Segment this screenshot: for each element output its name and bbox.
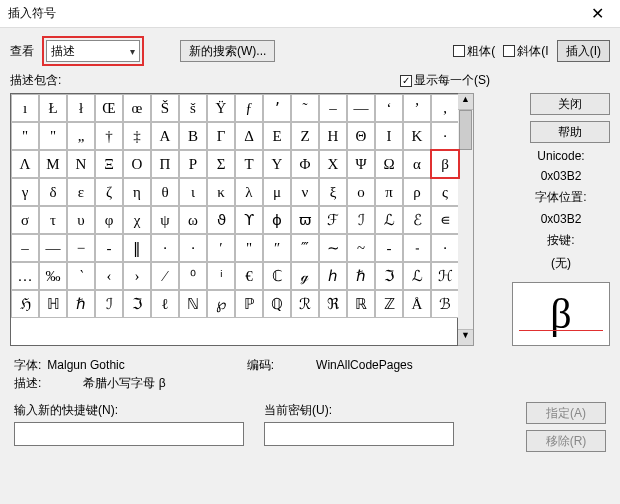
char-cell[interactable]: † <box>95 122 123 150</box>
char-cell[interactable]: ℊ <box>291 262 319 290</box>
char-cell[interactable]: ⁄ <box>151 262 179 290</box>
char-cell[interactable]: ‖ <box>123 234 151 262</box>
char-cell[interactable]: Γ <box>207 122 235 150</box>
close-button[interactable]: 关闭 <box>530 93 610 115</box>
char-cell[interactable]: Ł <box>39 94 67 122</box>
char-cell[interactable]: Ζ <box>291 122 319 150</box>
char-cell[interactable]: ‘ <box>375 94 403 122</box>
char-cell[interactable]: Φ <box>291 150 319 178</box>
char-cell[interactable]: ψ <box>151 206 179 234</box>
char-cell[interactable]: μ <box>263 178 291 206</box>
char-cell[interactable]: Ε <box>263 122 291 150</box>
char-cell[interactable]: Ξ <box>95 150 123 178</box>
char-cell[interactable]: ℒ <box>403 262 431 290</box>
view-dropdown[interactable]: 描述 ▾ <box>46 40 140 62</box>
char-cell[interactable]: ℤ <box>375 290 403 318</box>
char-cell[interactable]: ℕ <box>179 290 207 318</box>
char-cell[interactable]: ℎ <box>319 262 347 290</box>
char-cell[interactable]: θ <box>151 178 179 206</box>
char-cell[interactable]: Α <box>151 122 179 150</box>
char-cell[interactable]: ϕ <box>263 206 291 234</box>
char-cell[interactable]: ο <box>347 178 375 206</box>
char-cell[interactable]: ℏ <box>347 262 375 290</box>
curkey-input[interactable] <box>264 422 454 446</box>
char-cell[interactable]: ’ <box>403 94 431 122</box>
char-cell[interactable]: – <box>319 94 347 122</box>
char-cell[interactable]: ϒ <box>235 206 263 234</box>
char-cell[interactable]: ˜ <box>291 94 319 122</box>
char-cell[interactable]: Κ <box>403 122 431 150</box>
char-cell[interactable]: ℜ <box>319 290 347 318</box>
char-cell[interactable]: " <box>235 234 263 262</box>
char-cell[interactable]: Œ <box>95 94 123 122</box>
char-cell[interactable]: ‹ <box>95 262 123 290</box>
assign-button[interactable]: 指定(A) <box>526 402 606 424</box>
newkey-input[interactable] <box>14 422 244 446</box>
char-cell[interactable]: Ω <box>375 150 403 178</box>
close-icon[interactable]: ✕ <box>583 4 612 23</box>
char-cell[interactable]: " <box>39 122 67 150</box>
scroll-down-icon[interactable]: ▼ <box>458 329 473 345</box>
char-cell[interactable]: ℍ <box>39 290 67 318</box>
char-cell[interactable]: ℐ <box>95 290 123 318</box>
char-cell[interactable]: ‵ <box>67 262 95 290</box>
char-cell[interactable]: ℱ <box>319 206 347 234</box>
char-cell[interactable]: Π <box>151 150 179 178</box>
char-cell[interactable]: ℰ <box>403 206 431 234</box>
char-cell[interactable]: ‴ <box>291 234 319 262</box>
char-cell[interactable]: ι <box>179 178 207 206</box>
char-cell[interactable]: ℚ <box>263 290 291 318</box>
char-cell[interactable]: ρ <box>403 178 431 206</box>
char-cell[interactable]: ⁱ <box>207 262 235 290</box>
char-cell[interactable]: ℘ <box>207 290 235 318</box>
char-cell[interactable]: Ι <box>375 122 403 150</box>
char-cell[interactable]: − <box>67 234 95 262</box>
scroll-up-icon[interactable]: ▲ <box>458 94 473 110</box>
char-cell[interactable]: – <box>11 234 39 262</box>
scroll-track[interactable] <box>458 110 473 329</box>
char-cell[interactable]: š <box>179 94 207 122</box>
char-cell[interactable]: Ο <box>123 150 151 178</box>
char-cell[interactable]: … <box>11 262 39 290</box>
char-cell[interactable]: ℬ <box>431 290 459 318</box>
char-cell[interactable]: ‚ <box>431 94 459 122</box>
italic-checkbox[interactable]: 斜体(I <box>503 43 548 60</box>
char-cell[interactable]: ζ <box>95 178 123 206</box>
char-cell[interactable]: α <box>403 150 431 178</box>
char-cell[interactable]: ϖ <box>291 206 319 234</box>
char-cell[interactable]: - <box>95 234 123 262</box>
char-cell[interactable]: ℝ <box>347 290 375 318</box>
char-cell[interactable]: σ <box>11 206 39 234</box>
char-cell[interactable]: Å <box>403 290 431 318</box>
char-cell[interactable]: τ <box>39 206 67 234</box>
char-cell[interactable]: · <box>151 234 179 262</box>
char-cell[interactable]: Μ <box>39 150 67 178</box>
char-cell[interactable]: ı <box>11 94 39 122</box>
char-cell[interactable]: κ <box>207 178 235 206</box>
char-cell[interactable]: Τ <box>235 150 263 178</box>
insert-button[interactable]: 插入(I) <box>557 40 610 62</box>
char-cell[interactable]: ℏ <box>67 290 95 318</box>
char-cell[interactable]: ω <box>179 206 207 234</box>
char-cell[interactable]: Ν <box>67 150 95 178</box>
char-cell[interactable]: ʼ <box>263 94 291 122</box>
char-cell[interactable]: € <box>235 262 263 290</box>
char-cell[interactable]: ℂ <box>263 262 291 290</box>
char-cell[interactable]: ∊ <box>431 206 459 234</box>
scroll-thumb[interactable] <box>459 110 472 150</box>
char-cell[interactable]: Η <box>319 122 347 150</box>
help-button[interactable]: 帮助 <box>530 121 610 143</box>
char-cell[interactable]: ‰ <box>39 262 67 290</box>
char-cell[interactable]: ν <box>291 178 319 206</box>
char-cell[interactable]: Υ <box>263 150 291 178</box>
char-cell[interactable]: χ <box>123 206 151 234</box>
char-cell[interactable]: λ <box>235 178 263 206</box>
char-cell[interactable]: - <box>375 234 403 262</box>
char-cell[interactable]: › <box>123 262 151 290</box>
char-cell[interactable]: δ <box>39 178 67 206</box>
char-cell[interactable]: ′ <box>207 234 235 262</box>
char-cell[interactable]: ℙ <box>235 290 263 318</box>
char-cell[interactable]: Δ <box>235 122 263 150</box>
char-cell[interactable]: Σ <box>207 150 235 178</box>
char-cell[interactable]: ∼ <box>319 234 347 262</box>
